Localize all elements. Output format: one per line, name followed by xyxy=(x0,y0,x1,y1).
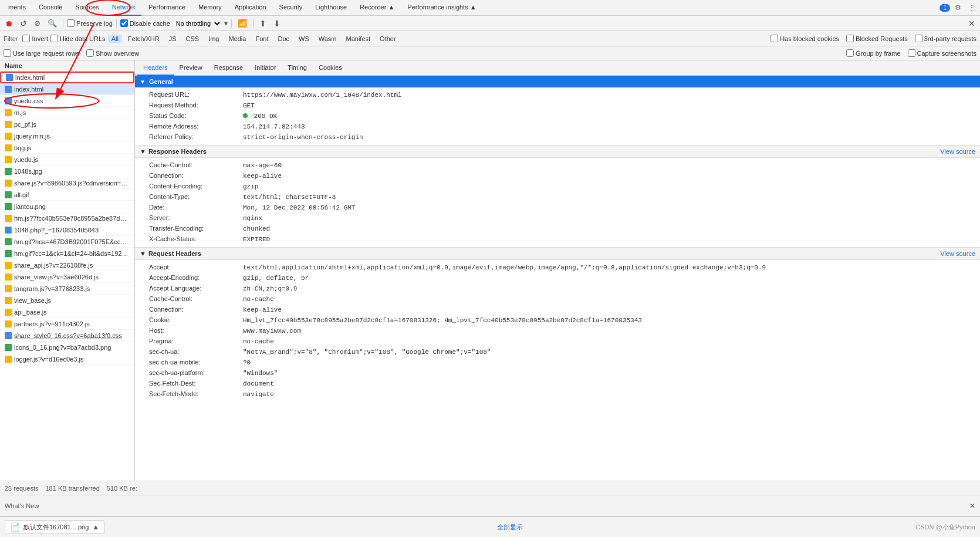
capture-screenshots-checkbox[interactable]: Capture screenshots xyxy=(908,49,977,57)
response-headers-view-source[interactable]: View source xyxy=(940,148,975,155)
file-item-21[interactable]: partners.js?v=911c4302.js xyxy=(0,318,134,330)
more-button[interactable]: ⋮ xyxy=(966,2,978,13)
filter-type-other[interactable]: Other xyxy=(376,35,400,43)
request-headers-view-source[interactable]: View source xyxy=(940,250,975,257)
tab-performance[interactable]: Performance xyxy=(143,0,191,16)
search-button[interactable]: 🔍 xyxy=(45,18,59,29)
file-item-17[interactable]: share_view.js?v=3ae6026d.js xyxy=(0,271,134,283)
file-item-3[interactable]: m.js xyxy=(0,107,134,119)
clear-button[interactable]: ⊘ xyxy=(32,18,43,29)
settings-button[interactable]: ⚙ xyxy=(952,2,964,13)
file-item-8[interactable]: 1048s.jpg xyxy=(0,166,134,177)
sub-tab-cookies[interactable]: Cookies xyxy=(313,60,348,76)
sub-tab-preview[interactable]: Preview xyxy=(174,60,208,76)
filter-type-media[interactable]: Media xyxy=(225,35,249,43)
sub-tab-headers[interactable]: Headers xyxy=(137,60,174,76)
general-section-header[interactable]: ▼ General xyxy=(135,76,980,87)
tab-lighthouse[interactable]: Lighthouse xyxy=(309,0,353,16)
req-val-2: zh-CN,zh;q=0.9 xyxy=(243,285,297,292)
filter-type-img[interactable]: Img xyxy=(205,35,222,43)
file-icon-1 xyxy=(5,86,12,93)
file-item-11[interactable]: jiantou.png xyxy=(0,201,134,212)
req-val-7: no-cache xyxy=(243,338,274,345)
file-item-0[interactable]: index.html xyxy=(0,72,134,83)
tab-sources[interactable]: Sources xyxy=(69,0,104,16)
file-name-12: hm.js?7fcc40b553e78c8955a2be87d2c8cf... xyxy=(14,215,130,222)
reload-button[interactable]: ↺ xyxy=(18,18,29,29)
preserve-log-checkbox[interactable]: Preserve log xyxy=(67,19,113,27)
file-item-13[interactable]: 1048.php?_=1670835405043 xyxy=(0,224,134,236)
tab-console[interactable]: Console xyxy=(33,0,68,16)
record-button[interactable]: ⏺ xyxy=(2,18,15,29)
show-overview-checkbox[interactable]: Show overview xyxy=(86,49,139,57)
invert-checkbox[interactable]: Invert xyxy=(22,35,48,42)
use-large-rows-checkbox[interactable]: Use large request rows xyxy=(4,49,79,57)
file-item-1[interactable]: index.html xyxy=(0,83,134,95)
filter-type-doc[interactable]: Doc xyxy=(274,35,293,43)
file-icon-22 xyxy=(5,332,12,339)
file-item-24[interactable]: logger.js?v=d16ec0e3.js xyxy=(0,353,134,365)
file-item-9[interactable]: share.js?v=89860593.js?cdnversion=4641..… xyxy=(0,177,134,189)
tab-memory[interactable]: Memory xyxy=(192,0,228,16)
file-item-19[interactable]: view_base.js xyxy=(0,295,134,306)
file-item-22[interactable]: share_style0_16.css?v=6aba13f0.css xyxy=(0,330,134,342)
sub-tab-initiator[interactable]: Initiator xyxy=(249,60,282,76)
has-blocked-cookies-checkbox[interactable]: Has blocked cookies xyxy=(771,35,839,42)
file-item-16[interactable]: share_api.js?v=226108fe.js xyxy=(0,259,134,271)
response-headers-header[interactable]: ▼ Response Headers View source xyxy=(135,145,980,158)
resp-val-5: nginx xyxy=(243,215,262,222)
file-item-20[interactable]: api_base.js xyxy=(0,306,134,318)
tab-recorder[interactable]: Recorder ▲ xyxy=(354,0,400,16)
filter-type-ws[interactable]: WS xyxy=(295,35,313,43)
file-name-7: yuedu.js xyxy=(14,156,38,163)
tab-application[interactable]: Application xyxy=(229,0,272,16)
show-all-link[interactable]: 全部显示 xyxy=(497,523,523,532)
file-item-14[interactable]: hm.gif?hca=467D3B92001F075E&cc=1&c... xyxy=(0,236,134,248)
separator-1 xyxy=(63,19,63,28)
request-headers-header[interactable]: ▼ Request Headers View source xyxy=(135,247,980,260)
third-party-checkbox[interactable]: 3rd-party requests xyxy=(915,35,976,42)
file-item-2[interactable]: yuedu.css xyxy=(0,95,134,107)
close-devtools-button[interactable]: ✕ xyxy=(966,18,978,29)
sub-tab-timing[interactable]: Timing xyxy=(282,60,313,76)
wifi-button[interactable]: 📶 xyxy=(235,18,249,29)
throttle-select[interactable]: No throttling xyxy=(173,19,222,28)
file-item-15[interactable]: hm.gif?cc=1&ck=1&cl=24-bit&ds=1920x... xyxy=(0,248,134,259)
file-item-5[interactable]: jquery.min.js xyxy=(0,130,134,142)
filter-type-font[interactable]: Font xyxy=(252,35,272,43)
resp-val-4: Mon, 12 Dec 2022 08:56:42 GMT xyxy=(243,204,355,211)
req-val-0: text/html,application/xhtml+xml,applicat… xyxy=(243,264,766,271)
file-item-7[interactable]: yuedu.js xyxy=(0,154,134,166)
file-item-4[interactable]: pc_pf.js xyxy=(0,119,134,130)
filter-type-wasm[interactable]: Wasm xyxy=(315,35,340,43)
export-button[interactable]: ⬇ xyxy=(271,18,283,29)
main-tab-bar: ments Console Sources Network Performanc… xyxy=(0,0,980,16)
blocked-requests-checkbox[interactable]: Blocked Requests xyxy=(846,35,908,42)
filter-type-css[interactable]: CSS xyxy=(183,35,203,43)
file-item-12[interactable]: hm.js?7fcc40b553e78c8955a2be87d2c8cf... xyxy=(0,212,134,224)
req-row-3: Cache-Control: no-cache xyxy=(135,294,980,305)
hide-data-urls-checkbox[interactable]: Hide data URLs xyxy=(50,35,106,42)
file-name-4: pc_pf.js xyxy=(14,121,36,128)
group-by-frame-checkbox[interactable]: Group by frame xyxy=(846,49,900,57)
tab-security[interactable]: Security xyxy=(273,0,309,16)
tab-network[interactable]: Network xyxy=(106,0,141,16)
disable-cache-checkbox[interactable]: Disable cache xyxy=(120,19,170,27)
sub-tab-response[interactable]: Response xyxy=(208,60,249,76)
tab-performance-insights[interactable]: Performance insights ▲ xyxy=(401,0,482,16)
filter-type-js[interactable]: JS xyxy=(165,35,180,43)
file-item-18[interactable]: tangram.js?v=37768233.js xyxy=(0,283,134,295)
filter-type-all[interactable]: All xyxy=(108,35,122,43)
download-expand-icon[interactable]: ▲ xyxy=(92,523,99,531)
general-value-2: 200 OK xyxy=(243,113,277,120)
filter-type-manifest[interactable]: Manifest xyxy=(343,35,374,43)
file-item-10[interactable]: all.gif xyxy=(0,189,134,201)
filter-type-fetch[interactable]: Fetch/XHR xyxy=(124,35,163,43)
close-whats-new-button[interactable]: ✕ xyxy=(969,502,975,510)
tab-ments[interactable]: ments xyxy=(2,0,32,16)
file-item-6[interactable]: bqg.js xyxy=(0,142,134,154)
req-key-10: sec-ch-ua-platform: xyxy=(149,369,243,376)
import-button[interactable]: ⬆ xyxy=(257,18,269,29)
file-name-23: icons_0_16.png?v=ba7acbd3.png xyxy=(14,344,111,351)
file-item-23[interactable]: icons_0_16.png?v=ba7acbd3.png xyxy=(0,342,134,353)
